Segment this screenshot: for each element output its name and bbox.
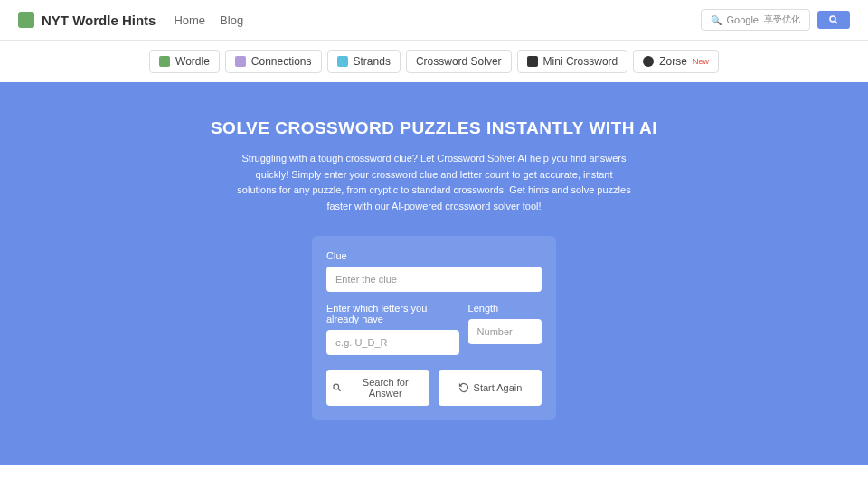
hero-section: SOLVE CROSSWORD PUZZLES INSTANTLY WITH A… [0, 82, 868, 465]
site-header: NYT Wordle Hints Home Blog 🔍 Google 享受优化 [0, 0, 868, 41]
search-button[interactable] [817, 11, 850, 29]
nav-home[interactable]: Home [174, 14, 205, 27]
tab-mini-crossword[interactable]: Mini Crossword [517, 50, 628, 73]
start-again-button[interactable]: Start Again [439, 370, 542, 406]
howto-section: HOW TO USE CROSSWORD SOLVER When you fir… [140, 483, 728, 488]
search-icon [828, 14, 839, 25]
refresh-icon [458, 382, 469, 393]
svg-line-1 [835, 22, 838, 24]
tab-connections[interactable]: Connections [225, 50, 322, 73]
letters-label: Enter which letters you already have [326, 303, 459, 324]
connections-icon [235, 56, 246, 67]
svg-line-3 [338, 389, 340, 391]
tab-strands[interactable]: Strands [327, 50, 401, 73]
google-cse-box[interactable]: 🔍 Google 享受优化 [701, 9, 810, 31]
google-icon: 🔍 [711, 15, 722, 25]
hero-title: SOLVE CROSSWORD PUZZLES INSTANTLY WITH A… [18, 118, 850, 138]
letters-input[interactable] [326, 330, 459, 355]
tab-crossword-solver[interactable]: Crossword Solver [406, 50, 512, 73]
google-sublabel: 享受优化 [764, 14, 800, 26]
wordle-icon [159, 56, 170, 67]
tab-zorse[interactable]: Zorse New [633, 50, 719, 73]
solver-form: Clue Enter which letters you already hav… [312, 236, 556, 420]
svg-point-0 [830, 16, 835, 22]
mini-crossword-icon [527, 56, 538, 67]
nav-blog[interactable]: Blog [220, 14, 243, 27]
strands-icon [337, 56, 348, 67]
new-badge: New [693, 57, 709, 66]
length-input[interactable] [468, 319, 542, 344]
hero-description: Struggling with a tough crossword clue? … [235, 151, 633, 214]
game-tabs: Wordle Connections Strands Crossword Sol… [0, 41, 868, 82]
svg-point-2 [334, 385, 339, 390]
length-label: Length [468, 303, 542, 314]
clue-label: Clue [326, 250, 542, 261]
main-nav: Home Blog [174, 14, 243, 27]
zorse-icon [643, 56, 654, 67]
clue-input[interactable] [326, 267, 542, 292]
search-icon [332, 382, 342, 393]
logo-text: NYT Wordle Hints [42, 13, 156, 28]
google-label: Google [727, 14, 759, 25]
tab-wordle[interactable]: Wordle [149, 50, 220, 73]
logo-icon [18, 12, 34, 28]
search-answer-button[interactable]: Search for Answer [326, 370, 429, 406]
logo[interactable]: NYT Wordle Hints [18, 12, 156, 28]
